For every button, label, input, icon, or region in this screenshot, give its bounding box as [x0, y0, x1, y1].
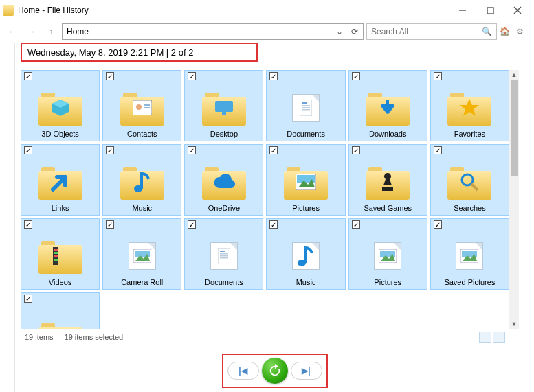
item-label: Pictures [292, 204, 320, 212]
item-checkbox[interactable] [106, 220, 114, 229]
folder-item[interactable]: Documents [266, 70, 345, 141]
item-checkbox[interactable] [434, 220, 442, 229]
folder-item[interactable] [21, 292, 100, 329]
scroll-down-icon[interactable]: ▼ [509, 319, 519, 329]
folder-item[interactable]: Saved Pictures [430, 218, 509, 290]
item-checkbox[interactable] [434, 72, 442, 80]
item-checkbox[interactable] [24, 146, 32, 154]
address-input[interactable] [62, 23, 333, 40]
item-checkbox[interactable] [352, 220, 360, 229]
svg-rect-27 [54, 252, 58, 254]
scroll-up-icon[interactable]: ▲ [509, 70, 519, 80]
view-icons-button[interactable] [493, 332, 505, 343]
folder-item[interactable]: Desktop [184, 70, 263, 141]
scrollbar[interactable]: ▲ ▼ [509, 70, 519, 329]
item-label: 3D Objects [41, 130, 78, 138]
item-checkbox[interactable] [106, 72, 114, 80]
minimize-button[interactable] [449, 1, 476, 20]
item-label: Camera Roll [121, 278, 163, 286]
item-checkbox[interactable] [269, 220, 278, 229]
previous-version-button[interactable]: |◀ [227, 362, 259, 380]
item-label: Pictures [374, 278, 401, 286]
item-label: Saved Pictures [444, 278, 495, 286]
item-label: Links [52, 204, 69, 212]
down-icon [366, 90, 410, 126]
next-version-button[interactable]: ▶| [291, 362, 322, 380]
folder-item[interactable]: Favorites [430, 70, 509, 141]
item-checkbox[interactable] [269, 146, 278, 154]
folder-item[interactable]: OneDrive [184, 144, 263, 216]
item-checkbox[interactable] [24, 220, 32, 229]
item-label: Favorites [454, 130, 485, 138]
sidebar [0, 43, 15, 392]
item-checkbox[interactable] [352, 72, 360, 80]
item-checkbox[interactable] [24, 295, 32, 303]
chess-icon [366, 164, 410, 200]
address-dropdown-icon[interactable]: ⌄ [333, 23, 346, 40]
film-icon [38, 321, 82, 329]
item-checkbox[interactable] [188, 72, 196, 80]
refresh-button[interactable]: ⟳ [346, 23, 364, 40]
cube-icon [38, 90, 82, 126]
folder-item[interactable]: Documents [184, 218, 263, 290]
item-label: Videos [49, 278, 71, 286]
folder-item[interactable]: Videos [21, 218, 100, 290]
scroll-thumb[interactable] [511, 80, 518, 176]
items-frame: 3D Objects Contacts Desktop Documents Do… [21, 70, 529, 344]
item-checkbox[interactable] [188, 220, 196, 229]
note-icon [284, 238, 328, 274]
cloud-icon [202, 164, 246, 200]
folder-item[interactable]: Camera Roll [102, 218, 181, 290]
item-checkbox[interactable] [24, 72, 32, 80]
folder-item[interactable]: Saved Games [348, 144, 427, 216]
folder-item[interactable]: Music [102, 144, 181, 216]
star-icon [447, 90, 491, 126]
svg-rect-35 [220, 253, 228, 255]
item-label: Desktop [210, 130, 238, 138]
search-input[interactable] [371, 27, 482, 36]
folder-item[interactable]: Pictures [348, 218, 427, 290]
item-label: Searches [454, 204, 485, 212]
item-label: Saved Games [364, 204, 412, 212]
svg-point-7 [136, 104, 142, 110]
svg-line-24 [471, 184, 478, 190]
titlebar: Home - File History [0, 0, 534, 21]
svg-rect-26 [54, 249, 58, 251]
svg-point-23 [462, 174, 473, 185]
contact-icon [120, 90, 164, 126]
item-checkbox[interactable] [269, 72, 278, 80]
photo-icon [284, 164, 328, 200]
folder-item[interactable]: Music [266, 218, 345, 290]
doc-icon [202, 238, 246, 274]
photofile-icon [447, 238, 491, 274]
maximize-button[interactable] [476, 1, 504, 20]
home-icon[interactable]: 🏠 [500, 27, 513, 36]
search-box[interactable]: 🔍 [366, 23, 497, 40]
item-count: 19 items [25, 333, 54, 341]
view-details-button[interactable] [479, 332, 491, 343]
folder-item[interactable]: Searches [430, 144, 509, 216]
content-pane: Wednesday, May 8, 2019 2:21 PM | 2 of 2 … [15, 43, 534, 392]
restore-button[interactable] [262, 358, 288, 384]
svg-rect-8 [144, 104, 150, 106]
folder-item[interactable]: Downloads [348, 70, 427, 141]
item-checkbox[interactable] [188, 146, 196, 154]
svg-rect-10 [215, 101, 233, 112]
svg-rect-9 [144, 107, 150, 108]
up-button[interactable]: ↑ [43, 23, 59, 40]
svg-rect-28 [54, 255, 58, 257]
close-button[interactable] [504, 1, 531, 20]
item-checkbox[interactable] [352, 146, 360, 154]
folder-item[interactable]: Links [21, 144, 100, 216]
item-checkbox[interactable] [106, 146, 114, 154]
history-controls: |◀ ▶| [222, 354, 328, 388]
folder-item[interactable]: Pictures [266, 144, 345, 216]
folder-item[interactable]: Contacts [102, 70, 181, 141]
forward-button[interactable]: → [23, 23, 40, 40]
folder-item[interactable]: 3D Objects [21, 70, 100, 141]
mag-icon [447, 164, 491, 200]
back-button[interactable]: ← [4, 23, 21, 40]
item-checkbox[interactable] [434, 146, 442, 154]
photofile-icon [120, 238, 164, 274]
settings-icon[interactable]: ⚙ [516, 27, 530, 36]
